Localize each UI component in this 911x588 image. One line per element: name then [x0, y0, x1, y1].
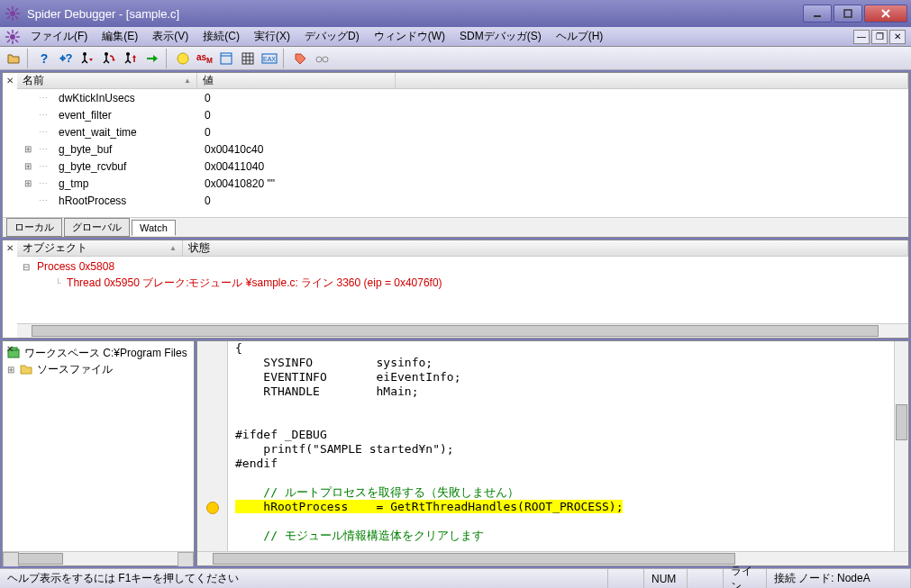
code-line: { [228, 341, 894, 356]
menu-file[interactable]: ファイル(F) [23, 27, 95, 46]
variable-row[interactable]: ⋯event_wait_time0 [17, 123, 908, 140]
run-icon[interactable] [142, 49, 162, 68]
tab-global[interactable]: グローバル [64, 218, 130, 237]
panel-close-icon[interactable]: ✕ [5, 242, 15, 253]
asm-icon[interactable]: asM [195, 49, 214, 68]
menu-window[interactable]: ウィンドウ(W) [367, 27, 452, 46]
statusbar: ヘルプ表示をするには F1キーを押してください NUM ライン 接続 ノード: … [0, 568, 911, 588]
code-line: #ifdef _DEBUG [228, 428, 894, 442]
code-line [228, 399, 894, 413]
workspace-root[interactable]: ワークスペース C:¥Program Files [6, 345, 190, 361]
expand-icon[interactable]: ⊞ [17, 161, 39, 171]
step-out-icon[interactable] [121, 49, 141, 68]
svg-line-5 [7, 8, 10, 11]
column-object-header[interactable]: オブジェクト▲ [17, 240, 183, 256]
variables-panel: ✕ 名前▲ 値 ⋯dwKtickInUsecs0⋯event_filter0⋯e… [2, 72, 909, 238]
code-line: SYSINFO sysinfo; [228, 356, 894, 370]
code-line [228, 471, 894, 485]
horizontal-scrollbar[interactable] [3, 551, 194, 565]
tag-icon[interactable] [290, 49, 310, 68]
code-line: hRootProcess = GetRtThreadHandles(ROOT_P… [228, 500, 894, 514]
mdi-close-button[interactable]: ✕ [889, 30, 906, 44]
menu-view[interactable]: 表示(V) [145, 27, 196, 46]
menu-debug[interactable]: デバッグD) [297, 27, 367, 46]
maximize-button[interactable] [834, 5, 862, 23]
menu-connect[interactable]: 接続(C) [196, 27, 247, 46]
open-icon[interactable] [4, 49, 23, 68]
tree-connector-icon: ⋯ [39, 144, 57, 154]
menu-help[interactable]: ヘルプ(H) [549, 27, 611, 46]
column-state-header[interactable]: 状態 [183, 240, 908, 256]
breakpoint-marker-icon[interactable] [206, 502, 219, 514]
menu-edit[interactable]: 編集(E) [95, 27, 145, 46]
variable-value: 0x00410820 "" [197, 177, 908, 190]
code-line: #endif [228, 457, 894, 471]
window-icon[interactable] [216, 49, 236, 68]
variable-value: 0 [197, 92, 908, 104]
panel-close-icon[interactable]: ✕ [5, 75, 15, 86]
mdi-restore-button[interactable]: ❐ [871, 30, 888, 44]
tree-connector-icon: ⋯ [39, 195, 57, 205]
step-over-icon[interactable] [99, 49, 119, 68]
svg-line-8 [15, 8, 18, 11]
tree-connector-icon: ⋯ [39, 178, 57, 188]
menubar: ファイル(F) 編集(E) 表示(V) 接続(C) 実行(X) デバッグD) ウ… [0, 27, 911, 47]
expand-icon[interactable]: ⊞ [6, 365, 15, 375]
tree-connector-icon: ⋯ [39, 161, 57, 171]
panel-close-icon[interactable]: ✕ [5, 343, 15, 354]
menu-run[interactable]: 実行(X) [247, 27, 297, 46]
variable-name: event_wait_time [57, 126, 197, 139]
workspace-folder[interactable]: ⊞ ソースファイル [6, 361, 190, 377]
help-cursor-icon[interactable]: ⌖? [56, 49, 76, 68]
collapse-icon[interactable]: ⊟ [19, 262, 33, 272]
svg-point-34 [178, 53, 188, 64]
variable-value: 0 [197, 194, 908, 207]
svg-rect-37 [242, 53, 253, 64]
minimize-button[interactable] [803, 5, 832, 23]
code-gutter[interactable] [197, 341, 228, 551]
column-value-header[interactable]: 値 [197, 73, 396, 88]
variable-name: g_byte_buf [57, 143, 197, 156]
variable-row[interactable]: ⋯hRootProcess0 [17, 192, 908, 209]
svg-point-30 [126, 52, 130, 56]
step-into-icon[interactable] [77, 49, 97, 68]
breakpoint-icon[interactable] [173, 49, 193, 68]
thread-row[interactable]: └ Thread 0x5950 ブレーク:モジュール ¥sample.c: ライ… [19, 275, 906, 291]
variable-name: g_byte_rcvbuf [57, 160, 197, 173]
menu-sdm[interactable]: SDMデバッガ(S) [452, 27, 549, 46]
mdi-minimize-button[interactable]: — [853, 30, 870, 44]
variable-name: dwKtickInUsecs [57, 92, 197, 104]
eax-icon[interactable]: EAX [260, 49, 279, 68]
expand-icon[interactable]: ⊞ [17, 144, 39, 154]
tree-connector-icon: ⋯ [39, 110, 57, 120]
process-row[interactable]: ⊟ Process 0x5808 [19, 258, 906, 275]
code-line: printf("SAMPLE started¥n"); [228, 442, 894, 457]
close-button[interactable] [864, 5, 907, 23]
code-line: // ルートプロセスを取得する（失敗しません） [228, 485, 894, 500]
variable-name: hRootProcess [57, 194, 197, 207]
variable-row[interactable]: ⊞⋯g_tmp0x00410820 "" [17, 175, 908, 192]
horizontal-scrollbar[interactable] [17, 323, 908, 338]
svg-line-20 [7, 40, 10, 42]
glasses-icon[interactable] [312, 49, 332, 68]
horizontal-scrollbar[interactable] [197, 551, 908, 565]
titlebar: Spider Debugger - [sample.c] [0, 0, 911, 27]
expand-icon[interactable]: ⊞ [17, 178, 39, 188]
code-editor[interactable]: { SYSINFO sysinfo; EVENTINFO eiEventInfo… [228, 341, 894, 551]
tab-local[interactable]: ローカル [6, 218, 62, 237]
variable-name: g_tmp [57, 177, 197, 190]
variable-row[interactable]: ⋯event_filter0 [17, 106, 908, 123]
help-icon[interactable]: ? [34, 49, 54, 68]
svg-rect-35 [221, 53, 232, 64]
code-line: EVENTINFO eiEventInfo; [228, 370, 894, 384]
svg-line-18 [7, 32, 10, 34]
tab-watch[interactable]: Watch [132, 220, 176, 236]
grid-icon[interactable] [238, 49, 258, 68]
variable-row[interactable]: ⋯dwKtickInUsecs0 [17, 89, 908, 106]
vertical-scrollbar[interactable] [894, 341, 908, 551]
workspace-root-label: ワークスペース C:¥Program Files [24, 346, 187, 361]
variable-row[interactable]: ⊞⋯g_byte_buf0x00410c40 [17, 140, 908, 158]
variable-row[interactable]: ⊞⋯g_byte_rcvbuf0x00411040 [17, 158, 908, 175]
column-name-header[interactable]: 名前▲ [17, 73, 197, 88]
svg-line-29 [106, 60, 109, 63]
